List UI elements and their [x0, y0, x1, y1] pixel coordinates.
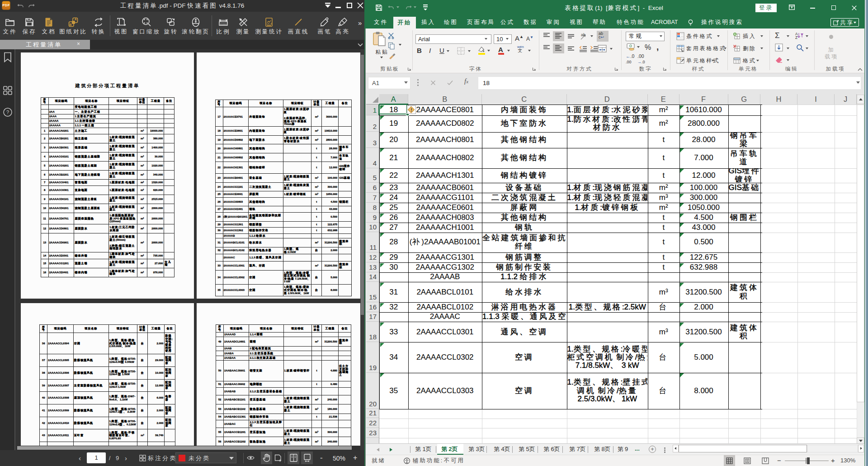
svg-text:Z: Z: [795, 35, 797, 39]
svg-text:B: B: [70, 23, 72, 26]
svg-text:A: A: [75, 18, 77, 21]
svg-text:?: ?: [6, 109, 9, 115]
svg-text:ab: ab: [581, 33, 585, 37]
